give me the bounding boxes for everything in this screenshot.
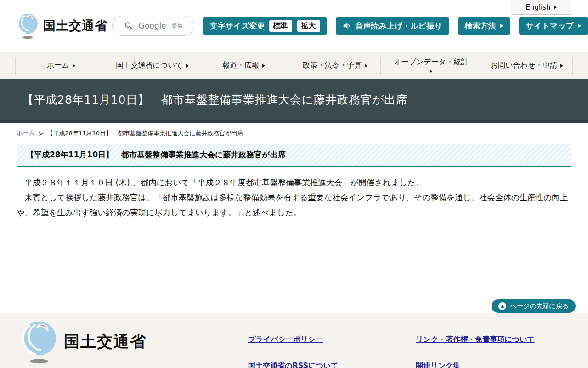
page: 国土交通省 Google 提供 文字サイズ変更 標準 拡大 音声読み上げ・ルビ振 xyxy=(0,0,588,368)
nav-item-about[interactable]: 国土交通省について xyxy=(107,57,198,75)
nav-item-label: ホーム xyxy=(47,61,69,70)
chevron-right-icon xyxy=(73,64,75,68)
back-to-top-label: ページの先頭に戻る xyxy=(510,302,569,310)
breadcrumb: ホーム > 【平成28年11月10日】 都市基盤整備事業推進大会に藤井政務官が出… xyxy=(17,129,571,138)
breadcrumb-separator: > xyxy=(39,130,44,137)
breadcrumb-home-link[interactable]: ホーム xyxy=(17,129,35,138)
site-logo-text: 国土交通省 xyxy=(43,17,107,34)
page-title: 【平成28年11月10日】 都市基盤整備事業推進大会に藤井政務官が出席 xyxy=(22,92,407,107)
sitemap-button[interactable]: サイトマップ xyxy=(519,17,588,34)
footer-link-column-1: プライバシーポリシー 国土交通省のRSSについて xyxy=(248,335,339,368)
main-content: ホーム > 【平成28年11月10日】 都市基盤整備事業推進大会に藤井政務官が出… xyxy=(0,123,588,313)
back-to-top-button[interactable]: ページの先頭に戻る xyxy=(492,299,576,313)
chevron-right-icon xyxy=(365,64,368,68)
font-size-label: 文字サイズ変更 xyxy=(209,21,265,31)
search-placeholder-brand: Google xyxy=(139,21,166,30)
site-logo[interactable]: 国土交通省 xyxy=(17,12,107,39)
speaker-icon xyxy=(343,22,351,29)
footer-link-copyright[interactable]: リンク・著作権・免責事項について xyxy=(416,335,535,345)
english-label: English xyxy=(526,3,550,12)
article-heading: 【平成28年11月10日】 都市基盤整備事業推進大会に藤井政務官が出席 xyxy=(26,150,286,159)
article-body: 平成２８年１１月１０日 (木) 、都内において「平成２８年度都市基盤整備事業推進… xyxy=(17,175,571,220)
chevron-right-icon xyxy=(262,64,265,68)
arrow-up-circle-icon xyxy=(498,302,506,310)
audio-reading-label: 音声読み上げ・ルビ振り xyxy=(356,21,442,31)
header-buttons: 文字サイズ変更 標準 拡大 音声読み上げ・ルビ振り 検索方法 サイトマップ xyxy=(203,17,588,34)
nav-item-contact[interactable]: お問い合わせ・申請 xyxy=(481,57,573,75)
nav-item-label: 政策・法令・予算 xyxy=(303,61,362,70)
nav-item-home[interactable]: ホーム xyxy=(15,57,107,75)
global-nav: ホーム 国土交通省について 報道・広報 政策・法令・予算 オープンデータ・統計 … xyxy=(0,52,588,79)
article-heading-box: 【平成28年11月10日】 都市基盤整備事業推進大会に藤井政務官が出席 xyxy=(17,144,571,167)
search-method-label: 検索方法 xyxy=(465,21,496,31)
chevron-right-icon xyxy=(554,6,557,9)
footer-link-related[interactable]: 関連リンク集 xyxy=(416,361,535,368)
font-size-standard-button[interactable]: 標準 xyxy=(269,20,292,32)
article-paragraph: 来賓として挨拶した藤井政務官は、「都市基盤施設は多様な整備効果を有する重要な社会… xyxy=(17,190,571,220)
nav-item-label: お問い合わせ・申請 xyxy=(491,61,558,70)
nav-item-policy[interactable]: 政策・法令・予算 xyxy=(289,57,380,75)
header: 国土交通省 Google 提供 文字サイズ変更 標準 拡大 音声読み上げ・ルビ振 xyxy=(0,0,588,52)
search-placeholder-provided: 提供 xyxy=(172,23,182,29)
footer-link-rss[interactable]: 国土交通省のRSSについて xyxy=(248,361,339,368)
search-input[interactable]: Google 提供 xyxy=(112,16,194,36)
mlit-logo-icon xyxy=(21,319,57,364)
nav-item-label: 国土交通省について xyxy=(116,61,183,70)
chevron-right-icon xyxy=(578,24,581,28)
sitemap-label: サイトマップ xyxy=(526,21,574,31)
article-paragraph: 平成２８年１１月１０日 (木) 、都内において「平成２８年度都市基盤整備事業推進… xyxy=(17,175,571,190)
search-icon xyxy=(124,22,133,30)
chevron-right-icon xyxy=(560,64,563,68)
footer-logo[interactable]: 国土交通省 xyxy=(21,319,147,364)
nav-item-press[interactable]: 報道・広報 xyxy=(198,57,289,75)
page-title-banner: 【平成28年11月10日】 都市基盤整備事業推進大会に藤井政務官が出席 xyxy=(0,79,588,123)
mlit-logo-icon xyxy=(17,12,39,39)
search-method-button[interactable]: 検索方法 xyxy=(458,17,510,34)
nav-item-label: 報道・広報 xyxy=(222,61,259,70)
footer: 国土交通省 プライバシーポリシー 国土交通省のRSSについて リンク・著作権・免… xyxy=(0,313,588,368)
nav-item-opendata[interactable]: オープンデータ・統計 xyxy=(380,57,481,75)
font-size-large-button[interactable]: 拡大 xyxy=(297,20,320,32)
english-button[interactable]: English xyxy=(511,0,571,15)
audio-reading-button[interactable]: 音声読み上げ・ルビ振り xyxy=(336,17,449,34)
footer-link-privacy[interactable]: プライバシーポリシー xyxy=(248,335,339,345)
breadcrumb-current: 【平成28年11月10日】 都市基盤整備事業推進大会に藤井政務官が出席 xyxy=(47,129,243,138)
chevron-right-icon xyxy=(186,64,189,68)
nav-item-label: オープンデータ・統計 xyxy=(385,58,476,66)
font-size-button: 文字サイズ変更 標準 拡大 xyxy=(203,17,327,34)
chevron-right-icon xyxy=(430,69,432,73)
chevron-right-icon xyxy=(500,24,503,28)
footer-logo-text: 国土交通省 xyxy=(64,331,147,352)
footer-link-column-2: リンク・著作権・免責事項について 関連リンク集 xyxy=(416,335,535,368)
